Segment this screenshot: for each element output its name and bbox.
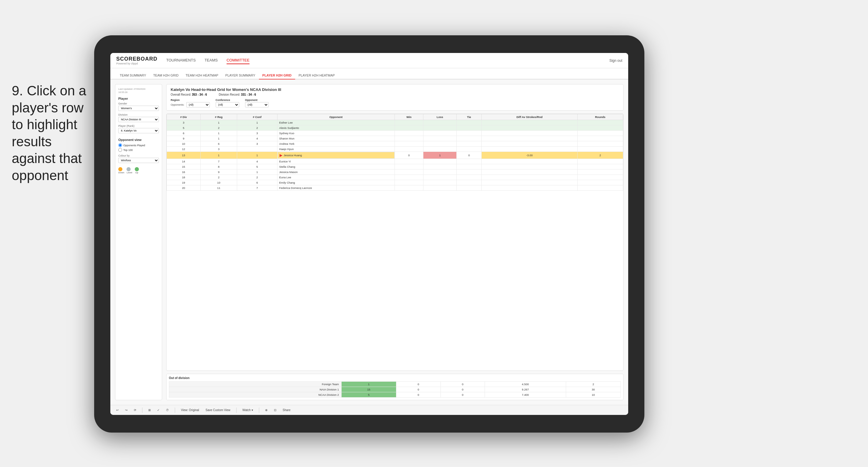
annotation: 9. Click on a player's row to highlight … <box>12 83 94 184</box>
share-button[interactable]: Share <box>281 408 292 412</box>
player-section-title: Player <box>118 97 159 100</box>
tab-player-h2h-heatmap[interactable]: PLAYER H2H HEATMAP <box>295 72 338 80</box>
undo-button[interactable]: ↩ <box>115 408 120 412</box>
bottom-toolbar: ↩ ↪ ⟳ ⊞ ✓ ⏱ View: Original Save Custom V… <box>110 405 628 415</box>
tablet-screen: SCOREBOARD Powered by clippd TOURNAMENTS… <box>110 53 628 415</box>
table-row[interactable]: 1474 Eunice Yi <box>167 159 623 164</box>
gender-select[interactable]: Women's <box>118 106 159 111</box>
tab-team-h2h-heatmap[interactable]: TEAM H2H HEATMAP <box>182 72 222 80</box>
nav-item-committee[interactable]: COMMITTEE <box>226 57 249 64</box>
table-row[interactable]: 522 Alexis Sudjianto <box>167 125 623 131</box>
col-conf: # Conf <box>237 114 277 120</box>
opponent-select[interactable]: (All) <box>245 102 269 107</box>
nav-item-teams[interactable]: TEAMS <box>205 57 218 64</box>
table-row[interactable]: 311 Esther Lee <box>167 120 623 125</box>
content-header: Katelyn Vo Head-to-Head Grid for Women's… <box>166 84 623 111</box>
table-row[interactable]: 1585 Stella Chang <box>167 164 623 169</box>
table-row[interactable]: 123 Haejo Hyun <box>167 147 623 152</box>
table-row[interactable]: 1063 Andrea York <box>167 141 623 147</box>
legend-up: Up <box>135 167 139 174</box>
opponents-label: Opponents: <box>170 103 185 106</box>
col-reg: # Reg <box>200 114 237 120</box>
out-div-row-ncaa2[interactable]: NCAA Division 2 5 0 0 7.400 10 <box>169 392 621 398</box>
opponents-select[interactable]: (All) <box>186 102 210 107</box>
records-row: Overall Record: 353 - 34 - 6 Division Re… <box>170 93 619 96</box>
table-row[interactable]: 19106 Emily Chang <box>167 180 623 185</box>
logo-area: SCOREBOARD Powered by clippd <box>116 56 157 65</box>
sign-out-button[interactable]: Sign out <box>609 59 622 63</box>
tab-player-h2h-grid[interactable]: PLAYER H2H GRID <box>259 72 295 80</box>
table-row[interactable]: 1691 Jessica Mason <box>167 169 623 175</box>
legend-dot-level <box>126 167 131 171</box>
legend-dot-down <box>118 167 122 171</box>
save-custom-view-button[interactable]: Save Custom View <box>204 408 232 412</box>
selected-opponent-name: Jessica Huang <box>284 154 302 157</box>
tab-team-h2h-grid[interactable]: TEAM H2H GRID <box>150 72 182 80</box>
colour-by-label: Colour by <box>118 154 159 157</box>
player-rank-label: Player (Rank) <box>118 124 159 127</box>
out-division-table: Foreign Team 1 0 0 4.500 2 NAIA Division… <box>169 381 621 398</box>
tablet-device: SCOREBOARD Powered by clippd TOURNAMENTS… <box>94 35 644 433</box>
col-opponent: Opponent <box>277 114 395 120</box>
layout-button[interactable]: ⊡ <box>272 408 278 412</box>
radio-opponents-played[interactable]: Opponents Played <box>118 143 159 147</box>
table-row[interactable]: 914 Sharon Mun <box>167 136 623 141</box>
refresh-button[interactable]: ⟳ <box>132 408 138 412</box>
opponent-filter-group: Opponent (All) <box>245 99 269 107</box>
add-button[interactable]: ⊕ <box>264 408 269 412</box>
table-header-row: # Div # Reg # Conf Opponent Win Loss Tie… <box>167 114 623 120</box>
player-rank-select[interactable]: 8. Katelyn Vo <box>118 128 159 133</box>
colour-by-select[interactable]: Win/loss <box>118 158 159 163</box>
nav-item-tournaments[interactable]: TOURNAMENTS <box>166 57 196 64</box>
redo-button[interactable]: ↪ <box>123 408 129 412</box>
watch-button[interactable]: Watch ▾ <box>241 408 255 412</box>
logo-text: SCOREBOARD <box>116 56 157 62</box>
last-updated: Last Updated: 27/03/2024 16:55:28 <box>118 87 159 94</box>
radio-group: Opponents Played Top 100 <box>118 143 159 152</box>
content-title: Katelyn Vo Head-to-Head Grid for Women's… <box>170 87 619 92</box>
opponent-view-title: Opponent view <box>118 138 159 142</box>
legend-dot-up <box>135 167 139 171</box>
conference-select[interactable]: (All) <box>216 102 239 107</box>
legend-down: Down <box>118 167 124 174</box>
col-rounds: Rounds <box>577 114 623 120</box>
division-label: Division <box>118 113 159 116</box>
annotation-text: 9. Click on a player's row to highlight … <box>12 83 94 184</box>
toolbar-divider-2 <box>175 408 175 413</box>
out-div-row-foreign[interactable]: Foreign Team 1 0 0 4.500 2 <box>169 382 621 387</box>
opponent-label: Opponent <box>245 99 269 101</box>
col-win: Win <box>395 114 423 120</box>
timer-button[interactable]: ⏱ <box>164 408 170 412</box>
filter-row: Region Opponents: (All) Conference (All)… <box>170 99 619 107</box>
conference-filter-group: Conference (All) <box>216 99 239 107</box>
out-division-title: Out of division <box>169 376 621 380</box>
tab-player-summary[interactable]: PLAYER SUMMARY <box>222 72 259 80</box>
sub-nav: TEAM SUMMARY TEAM H2H GRID TEAM H2H HEAT… <box>110 68 628 80</box>
division-select[interactable]: NCAA Division III <box>118 117 159 122</box>
table-row[interactable]: 613 Sydney Kuo <box>167 131 623 136</box>
legend-level: Level <box>126 167 132 174</box>
main-content: Last Updated: 27/03/2024 16:55:28 Player… <box>110 80 628 405</box>
table-row[interactable]: 20117 Federica Domecq Lacroze <box>167 185 623 191</box>
radio-top-100[interactable]: Top 100 <box>118 148 159 152</box>
division-record: Division Record: 331 - 34 - 6 <box>219 93 256 96</box>
row-arrow-icon: ▶ <box>280 153 282 157</box>
col-diff: Diff Av Strokes/Rnd <box>482 114 578 120</box>
left-panel: Last Updated: 27/03/2024 16:55:28 Player… <box>115 84 162 400</box>
tab-team-summary[interactable]: TEAM SUMMARY <box>116 72 150 80</box>
view-original-button[interactable]: View: Original <box>179 408 201 412</box>
gender-label: Gender <box>118 102 159 105</box>
col-div: # Div <box>167 114 201 120</box>
check-button[interactable]: ✓ <box>155 408 161 412</box>
table-row-selected[interactable]: 13 1 1 ▶ Jessica Huang 0 1 0 -3.00 <box>167 152 623 159</box>
table-row[interactable]: 1822 Euna Lee <box>167 175 623 180</box>
h2h-grid-table: # Div # Reg # Conf Opponent Win Loss Tie… <box>166 114 623 191</box>
out-of-division-section: Out of division Foreign Team 1 0 0 4.500… <box>166 374 623 400</box>
colour-section: Colour by Win/loss Down Level <box>118 154 159 174</box>
conference-label: Conference <box>216 99 239 101</box>
grid-button[interactable]: ⊞ <box>147 408 152 412</box>
region-filter-group: Region Opponents: (All) <box>170 99 210 107</box>
out-div-row-naia[interactable]: NAIA Division 1 15 0 0 9.267 30 <box>169 387 621 392</box>
grid-table-wrapper: # Div # Reg # Conf Opponent Win Loss Tie… <box>166 114 623 371</box>
toolbar-divider-3 <box>236 408 237 413</box>
